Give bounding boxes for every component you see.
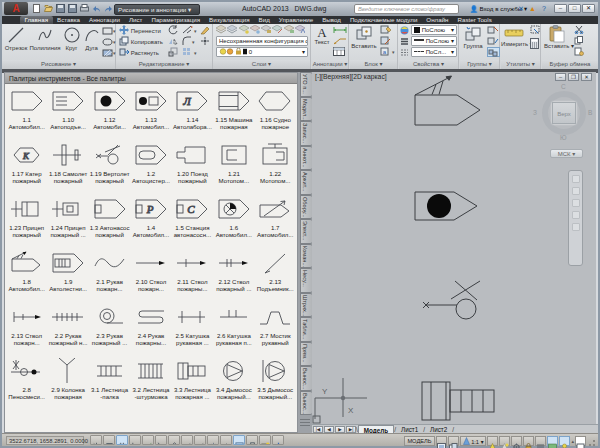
mirror-button[interactable] bbox=[168, 36, 178, 46]
arc-button[interactable]: Дуга bbox=[82, 25, 101, 51]
palette-tab-5[interactable]: Архит... bbox=[300, 170, 312, 195]
palette-item[interactable]: 1.16 Судно пожарное bbox=[255, 86, 296, 140]
palette-item[interactable]: 2.13 Ствол пожарн... bbox=[6, 302, 47, 356]
ungroup-tool[interactable] bbox=[487, 25, 499, 35]
copy-clip-tool[interactable] bbox=[574, 36, 584, 46]
layout-nav-button[interactable]: ▶| bbox=[346, 426, 356, 433]
palette-tab-2[interactable]: Модел... bbox=[300, 97, 312, 122]
palette-item[interactable]: 1.8 Автомобил... bbox=[6, 248, 47, 302]
palette-item[interactable]: 2.2 Рукав пожарный н... bbox=[47, 302, 88, 356]
palette-item[interactable]: 1.1 Автомобил... bbox=[6, 86, 47, 140]
nav-wheel-icon[interactable] bbox=[572, 175, 580, 183]
nav-zoom-icon[interactable] bbox=[572, 199, 580, 207]
palette-item[interactable]: 1.20 Поезд пожарный bbox=[172, 140, 213, 194]
symbol-car-ladder[interactable] bbox=[415, 76, 480, 125]
symbol-helicopter[interactable] bbox=[423, 281, 480, 319]
panel-label-layers[interactable]: Слои ▾ bbox=[213, 60, 310, 69]
viewcube-south[interactable]: Ю bbox=[560, 134, 567, 141]
ribbon-tab-Онлайн[interactable]: Онлайн bbox=[422, 16, 453, 24]
ribbon-tab-Управление[interactable]: Управление bbox=[274, 16, 317, 24]
layout-nav-button[interactable]: ▶ bbox=[335, 426, 345, 433]
viewcube-east[interactable]: В bbox=[588, 109, 592, 116]
palette-item[interactable]: 1.23 Прицеп пожарный bbox=[6, 194, 47, 248]
group-edit-tool[interactable] bbox=[487, 36, 499, 46]
palette-item[interactable]: 3.5 Дымосос пожарный... bbox=[255, 356, 296, 410]
ellipse-tool[interactable]: ▾ bbox=[102, 37, 116, 47]
close-button[interactable]: ✕ bbox=[582, 4, 595, 13]
palette-item[interactable]: К1.17 Катер пожарный bbox=[6, 140, 47, 194]
paste-special-tool[interactable] bbox=[574, 47, 584, 57]
line-button[interactable]: Отрезок bbox=[3, 25, 29, 51]
minimize-button[interactable]: – bbox=[554, 4, 567, 13]
ribbon-tab-Подключаемые модули[interactable]: Подключаемые модули bbox=[345, 16, 421, 24]
save-as-icon[interactable] bbox=[68, 4, 77, 13]
quick-properties-toggle[interactable] bbox=[246, 435, 258, 445]
viewcube[interactable]: Верх С Ю З В bbox=[536, 85, 592, 141]
group-selection-toggle[interactable] bbox=[487, 47, 500, 57]
palette-item[interactable]: 2.3 Рукав пожарный ... bbox=[89, 302, 130, 356]
dynamic-input-toggle[interactable] bbox=[207, 435, 219, 445]
palette-item[interactable]: Р1.4 Автомобил... bbox=[130, 194, 171, 248]
panel-label-utilities[interactable]: Утилиты ▾ bbox=[501, 60, 540, 69]
wcs-dropdown[interactable]: МСК ▾ bbox=[550, 149, 583, 158]
panel-label-annotation[interactable]: Аннотации ▾ bbox=[312, 60, 348, 69]
linetype-dropdown[interactable]: ПоСл...▾ bbox=[411, 47, 457, 57]
panel-label-draw[interactable]: Рисование ▾ bbox=[2, 60, 115, 69]
resize-grip[interactable] bbox=[587, 435, 595, 446]
palette-item[interactable]: 1.10 Автоподъе... bbox=[47, 86, 88, 140]
nav-pan-icon[interactable] bbox=[572, 187, 580, 195]
ribbon-tab-Аннотации[interactable]: Аннотации bbox=[85, 16, 125, 24]
palette-item[interactable]: 2.6 Катушка рукавная п... bbox=[213, 302, 254, 356]
exchange-icon[interactable]: ✕ bbox=[518, 4, 524, 14]
ribbon-tab-Лист[interactable]: Лист bbox=[125, 16, 147, 24]
edit-block-tool[interactable] bbox=[380, 36, 392, 46]
palette-item[interactable]: Л1.14 Автолабора... bbox=[172, 86, 213, 140]
palette-item[interactable]: 1.22 Мотопом... bbox=[255, 140, 296, 194]
trim-button[interactable]: ▾ bbox=[182, 25, 197, 35]
explode-button[interactable] bbox=[200, 36, 210, 46]
ribbon-tab-Вывод[interactable]: Вывод bbox=[318, 16, 346, 24]
palette-strip-grip[interactable] bbox=[300, 417, 310, 426]
doc-restore-button[interactable]: ❐ bbox=[568, 73, 579, 81]
workspace-gear-button[interactable] bbox=[511, 436, 522, 446]
quick-view-layouts-button[interactable] bbox=[436, 436, 447, 446]
palette-item[interactable]: 2.5 Катушка рукавная ... bbox=[172, 302, 213, 356]
text-button[interactable]: А Текст bbox=[312, 25, 332, 45]
status-tray-button[interactable] bbox=[535, 436, 546, 446]
polar-tracking-toggle[interactable] bbox=[142, 435, 154, 445]
toolbar-lock-button[interactable] bbox=[523, 436, 534, 446]
palette-item[interactable]: 2.4 Рукав пожарны... bbox=[130, 302, 171, 356]
doc-close-button[interactable]: ✕ bbox=[581, 73, 592, 81]
annotation-monitor-toggle[interactable] bbox=[272, 435, 284, 445]
move-button[interactable]: Перенести bbox=[119, 25, 161, 35]
palette-item[interactable]: 2.12 Ствол пожарный ... bbox=[213, 248, 254, 302]
table-tool[interactable] bbox=[333, 47, 345, 57]
help-icon[interactable]: ? bbox=[542, 4, 546, 14]
plot-icon[interactable] bbox=[80, 4, 89, 13]
panel-label-groups[interactable]: Группы ▾ bbox=[460, 60, 499, 69]
palette-tab-1[interactable]: УГО п... bbox=[300, 72, 312, 97]
autoscale-button[interactable] bbox=[499, 436, 510, 446]
erase-button[interactable] bbox=[200, 25, 210, 35]
palette-item[interactable]: 1.6 Автомобил... bbox=[213, 194, 254, 248]
block-attributes-tool[interactable]: а▾ bbox=[380, 47, 395, 57]
navigation-bar[interactable] bbox=[568, 170, 583, 266]
leader-tool[interactable] bbox=[333, 36, 347, 46]
undo-icon[interactable] bbox=[92, 4, 101, 13]
workspace-switcher[interactable]: Рисование и аннотации ▾ bbox=[114, 4, 200, 15]
rectangle-tool[interactable]: ▾ bbox=[102, 26, 116, 36]
help-search-input[interactable]: Введите ключевое слово/фразу bbox=[354, 4, 459, 14]
transparency-toggle[interactable] bbox=[233, 435, 245, 445]
cut-tool[interactable] bbox=[574, 25, 584, 35]
palette-item[interactable]: 1.3 Автонасос пожарный bbox=[89, 194, 130, 248]
grid-display-toggle[interactable] bbox=[116, 435, 128, 445]
object-snap-tracking-toggle[interactable] bbox=[181, 435, 193, 445]
allow-disallow-dynamic-ucs-toggle[interactable] bbox=[194, 435, 206, 445]
annotation-scale-button[interactable]: 1:1 ▾ bbox=[460, 436, 487, 446]
lineweight-dropdown[interactable]: ПоСлою▾ bbox=[411, 36, 457, 46]
infer-constraints-toggle[interactable] bbox=[90, 435, 102, 445]
palette-item[interactable]: 1.19 Вертолет пожарный bbox=[89, 140, 130, 194]
quick-view-drawings-button[interactable] bbox=[448, 436, 459, 446]
palette-tab-9[interactable]: Несу... bbox=[300, 268, 312, 293]
panel-label-modify[interactable]: Редактирование ▾ bbox=[116, 60, 212, 69]
